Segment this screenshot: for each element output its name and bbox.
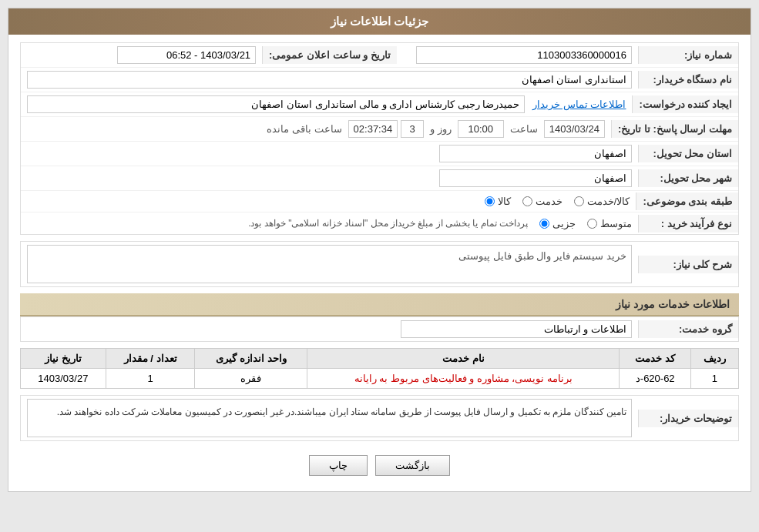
subject-option-kala[interactable]: کالا [485, 196, 511, 207]
announcement-time-input [117, 46, 256, 64]
service-name-link[interactable]: برنامه نویسی، مشاوره و فعالیت‌های مربوط … [354, 373, 573, 384]
delivery-province-input [439, 145, 632, 162]
row-reply-deadline: مهلت ارسال پاسخ: تا تاریخ: 1403/03/24 سا… [21, 117, 738, 142]
creator-input [27, 95, 525, 113]
content-area: شماره نیاز: تاریخ و ساعت اعلان عمومی: نا… [8, 35, 751, 491]
row-creator: ایجاد کننده درخواست: اطلاعات تماس خریدار [21, 92, 738, 117]
cell-service-code: 620-62-د [620, 369, 691, 389]
main-container: جزئیات اطلاعات نیاز شماره نیاز: تاریخ و … [8, 8, 751, 492]
cell-date: 1403/03/27 [21, 369, 106, 389]
delivery-province-label: استان محل تحویل: [638, 145, 738, 162]
row-process-type: نوع فرآیند خرید : متوسط جزیی [21, 212, 738, 234]
services-table-section: ردیف کد خدمت نام خدمت واحد اندازه گیری ت… [20, 348, 739, 389]
subject-option-kala-khedmat-label: کالا/خدمت [587, 196, 630, 207]
process-option-jozii[interactable]: جزیی [539, 218, 576, 229]
description-box: خرید سیستم فایر وال طبق فایل پیوستی [27, 245, 632, 283]
need-number-input[interactable] [416, 46, 632, 64]
reply-deadline-value: 1403/03/24 ساعت 10:00 روز و 3 02:37:34 س… [21, 117, 611, 141]
col-header-quantity: تعداد / مقدار [106, 349, 195, 369]
row-buyer-notes: توضیحات خریدار: تامین کنندگان ملزم به تک… [21, 396, 738, 440]
page-wrapper: جزئیات اطلاعات نیاز شماره نیاز: تاریخ و … [0, 0, 759, 532]
delivery-city-label: شهر محل تحویل: [638, 169, 738, 187]
row-service-group: گروه خدمت: [21, 317, 738, 341]
row-buyer-org: نام دستگاه خریدار: [21, 68, 738, 92]
process-type-value: متوسط جزیی پرداخت تمام یا بخشی از مبلغ خ… [21, 215, 638, 233]
creator-value: اطلاعات تماس خریدار [21, 92, 632, 116]
row-description: شرح کلی نیاز: خرید سیستم فایر وال طبق فا… [21, 242, 738, 286]
col-header-service-code: کد خدمت [620, 349, 691, 369]
buyer-notes-label: توضیحات خریدار: [638, 410, 738, 427]
delivery-city-input [439, 169, 632, 187]
table-row: 1 620-62-د برنامه نویسی، مشاوره و فعالیت… [21, 369, 739, 389]
col-header-service-name: نام خدمت [307, 349, 620, 369]
reply-days: 3 [401, 120, 424, 138]
delivery-province-value [21, 142, 638, 166]
row-delivery-province: استان محل تحویل: [21, 142, 738, 166]
description-label: شرح کلی نیاز: [638, 256, 738, 273]
back-button[interactable]: بازگشت [375, 455, 450, 476]
reply-deadline-label: مهلت ارسال پاسخ: تا تاریخ: [611, 120, 738, 138]
need-number-value [397, 43, 638, 67]
row-subject: طبقه بندی موضوعی: کالا/خدمت خدمت [21, 191, 738, 212]
cell-service-name: برنامه نویسی، مشاوره و فعالیت‌های مربوط … [307, 369, 620, 389]
col-header-date: تاریخ نیاز [21, 349, 106, 369]
service-group-label: گروه خدمت: [638, 320, 738, 338]
subject-radio-khedmat[interactable] [522, 196, 532, 206]
reply-days-label: روز و [427, 123, 455, 135]
service-group-input [401, 320, 632, 338]
reply-date: 1403/03/24 [544, 120, 605, 138]
cell-quantity: 1 [106, 369, 195, 389]
buyer-org-input [27, 71, 632, 89]
need-number-label: شماره نیاز: [638, 46, 738, 64]
announcement-time-label: تاریخ و ساعت اعلان عمومی: [262, 46, 397, 64]
creator-label: ایجاد کننده درخواست: [632, 95, 738, 113]
buttons-row: بازگشت چاپ [20, 447, 739, 483]
subject-value: کالا/خدمت خدمت کالا [21, 192, 636, 210]
description-section: شرح کلی نیاز: خرید سیستم فایر وال طبق فا… [20, 241, 739, 287]
process-radio-motavaset[interactable] [587, 219, 597, 229]
subject-label: طبقه بندی موضوعی: [636, 192, 738, 210]
delivery-city-value [21, 166, 638, 190]
table-header-row: ردیف کد خدمت نام خدمت واحد اندازه گیری ت… [21, 349, 739, 369]
col-header-unit: واحد اندازه گیری [195, 349, 307, 369]
buyer-notes-section: توضیحات خریدار: تامین کنندگان ملزم به تک… [20, 395, 739, 441]
reply-remaining-label: ساعت باقی مانده [264, 123, 344, 135]
service-group-value [21, 317, 638, 341]
cell-unit: فقره [195, 369, 307, 389]
row-need-number: شماره نیاز: تاریخ و ساعت اعلان عمومی: [21, 43, 738, 68]
page-title: جزئیات اطلاعات نیاز [331, 15, 428, 28]
reply-time-label: ساعت [507, 123, 541, 135]
services-section-title: اطلاعات خدمات مورد نیاز [20, 293, 739, 316]
reply-remaining: 02:37:34 [348, 120, 398, 138]
announcement-time-value [21, 43, 262, 67]
subject-option-kala-label: کالا [498, 196, 511, 207]
buyer-notes-value: تامین کنندگان ملزم به تکمیل و ارسال فایل… [21, 396, 638, 440]
services-table: ردیف کد خدمت نام خدمت واحد اندازه گیری ت… [20, 348, 739, 389]
cell-row-number: 1 [690, 369, 738, 389]
col-header-row: ردیف [690, 349, 738, 369]
notes-box: تامین کنندگان ملزم به تکمیل و ارسال فایل… [27, 399, 632, 437]
description-value: خرید سیستم فایر وال طبق فایل پیوستی [21, 242, 638, 286]
subject-option-kala-khedmat[interactable]: کالا/خدمت [574, 196, 630, 207]
subject-radio-kala[interactable] [485, 196, 495, 206]
process-option-jozii-label: جزیی [552, 218, 576, 229]
buyer-org-value [21, 68, 638, 92]
reply-time: 10:00 [458, 120, 504, 138]
process-option-motavaset[interactable]: متوسط [587, 218, 632, 229]
process-option-motavaset-label: متوسط [600, 218, 632, 229]
buyer-org-label: نام دستگاه خریدار: [638, 71, 738, 89]
subject-option-khedmat-label: خدمت [536, 196, 563, 207]
print-button[interactable]: چاپ [309, 455, 368, 476]
row-delivery-city: شهر محل تحویل: [21, 166, 738, 191]
subject-radio-group: کالا/خدمت خدمت کالا [27, 196, 630, 207]
process-radio-group: متوسط جزیی [539, 218, 632, 229]
subject-radio-kala-khedmat[interactable] [574, 196, 584, 206]
process-radio-jozii[interactable] [539, 219, 549, 229]
page-header: جزئیات اطلاعات نیاز [8, 8, 751, 35]
process-type-label: نوع فرآیند خرید : [638, 215, 738, 233]
description-text: خرید سیستم فایر وال طبق فایل پیوستی [458, 250, 626, 262]
subject-option-khedmat[interactable]: خدمت [522, 196, 563, 207]
services-section: گروه خدمت: [20, 316, 739, 342]
main-info-section: شماره نیاز: تاریخ و ساعت اعلان عمومی: نا… [20, 42, 739, 235]
creator-link[interactable]: اطلاعات تماس خریدار [532, 99, 626, 110]
